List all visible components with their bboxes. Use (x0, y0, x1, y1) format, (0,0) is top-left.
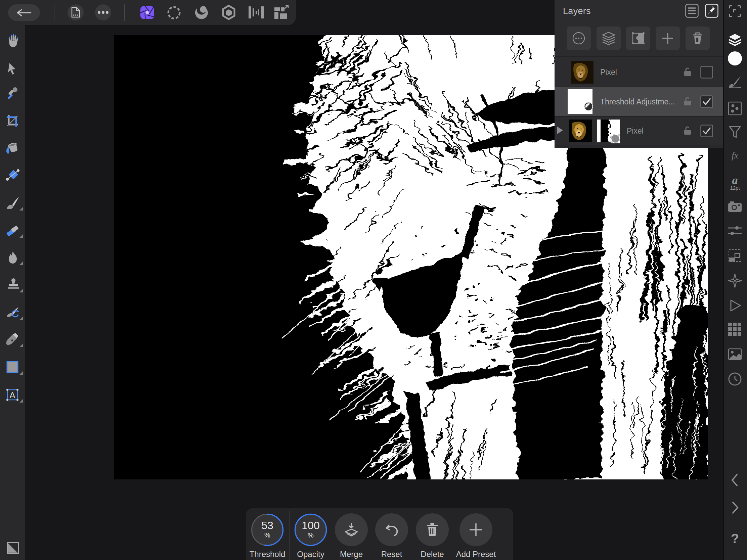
svg-text:53: 53 (261, 519, 274, 531)
svg-text:%: % (264, 531, 271, 539)
svg-text:A: A (9, 390, 16, 400)
svg-text:100: 100 (302, 519, 319, 531)
svg-text:%: % (308, 531, 314, 539)
svg-text:fx: fx (731, 150, 739, 160)
svg-text:12pt: 12pt (730, 185, 740, 191)
svg-text:?: ? (731, 532, 739, 546)
